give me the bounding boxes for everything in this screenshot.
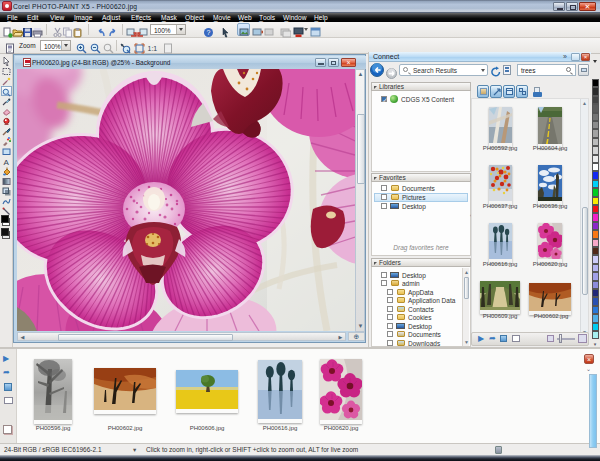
svg-text:1:1: 1:1: [148, 45, 158, 52]
svg-text:A: A: [4, 158, 10, 166]
svg-text:?: ?: [207, 29, 211, 36]
